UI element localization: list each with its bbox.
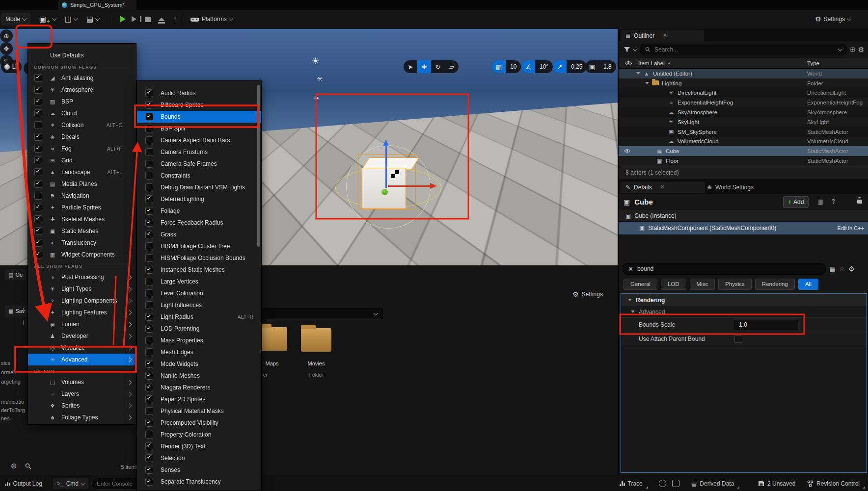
checkbox[interactable]: [145, 395, 153, 403]
checkbox[interactable]: [145, 219, 153, 227]
advanced-flag-item[interactable]: LOD Parenting: [137, 323, 261, 335]
filter-tab[interactable]: All: [798, 279, 818, 290]
expand-arrow-icon[interactable]: [636, 72, 640, 75]
outliner-row[interactable]: ≈ ExponentialHeightFog ExponentialHeight…: [619, 98, 868, 107]
outliner-row[interactable]: ▲ Untitled (Editor) World: [619, 69, 868, 78]
show-flag-item[interactable]: ☀ Atmosphere: [28, 84, 136, 96]
outliner-row[interactable]: ☀ DirectionalLight DirectionalLight: [619, 88, 868, 98]
gizmo-plane-handle[interactable]: [391, 170, 399, 178]
checkbox[interactable]: [145, 242, 153, 250]
checkbox[interactable]: [145, 442, 153, 450]
blueprints-button[interactable]: ◫: [65, 13, 78, 26]
checkbox[interactable]: [34, 156, 42, 164]
add-actor-button[interactable]: ▣+: [39, 13, 56, 26]
show-flag-category[interactable]: ◉ Lumen: [28, 318, 136, 330]
checkbox[interactable]: [34, 145, 42, 153]
checkbox[interactable]: [34, 168, 42, 176]
cinematics-button[interactable]: ▤: [86, 13, 99, 26]
checkbox[interactable]: [34, 251, 42, 258]
advanced-flag-item[interactable]: Light Radius ALT+R: [137, 311, 261, 323]
checkbox[interactable]: [145, 113, 153, 121]
checkbox[interactable]: [34, 227, 42, 235]
move-tool-button[interactable]: ✚: [417, 60, 431, 73]
eye-icon[interactable]: [624, 149, 631, 153]
advanced-flag-item[interactable]: Physical Material Masks: [137, 405, 261, 417]
advanced-flag-item[interactable]: Billboard Sprites: [137, 99, 261, 111]
advanced-flag-item[interactable]: Mesh Edges: [137, 346, 261, 358]
rendering-section-header[interactable]: Rendering: [621, 294, 867, 306]
show-flag-category[interactable]: ♣ Foliage Types: [28, 412, 136, 423]
checkbox[interactable]: [145, 231, 153, 238]
scrollbar[interactable]: [257, 85, 260, 247]
select-tool-button[interactable]: ➤: [404, 60, 417, 73]
advanced-flag-item[interactable]: BSP Split: [137, 123, 261, 134]
checkbox[interactable]: [34, 74, 42, 82]
advanced-flag-item[interactable]: Grass: [137, 229, 261, 240]
show-flag-item[interactable]: ◐ Translucency: [28, 237, 136, 249]
checkbox[interactable]: [145, 431, 153, 439]
checkbox[interactable]: [145, 478, 153, 486]
play-options-button[interactable]: ⋮: [172, 13, 178, 26]
show-flag-item[interactable]: ◢ Anti-aliasing: [28, 72, 136, 84]
advanced-subsection-header[interactable]: Advanced: [621, 306, 867, 318]
show-flag-item[interactable]: ≈ Fog ALT+F: [28, 143, 136, 155]
mode-dropdown[interactable]: Mode: [1, 13, 30, 26]
static-mesh-component-row[interactable]: ▣ StaticMeshComponent (StaticMeshCompone…: [619, 222, 868, 234]
content-browser-settings-button[interactable]: ⚙ Settings: [572, 290, 603, 298]
path-dropdown[interactable]: [245, 308, 383, 319]
advanced-flag-item[interactable]: Foliage: [137, 205, 261, 217]
show-flag-category[interactable]: ♟ Developer: [28, 330, 136, 342]
directional-light-sprite-icon[interactable]: ☀: [311, 55, 320, 67]
play-button[interactable]: [120, 13, 126, 26]
search-icon[interactable]: [25, 463, 31, 469]
checkbox[interactable]: [34, 98, 42, 105]
scale-tool-button[interactable]: ▱: [445, 60, 459, 73]
checkbox[interactable]: [145, 172, 153, 180]
show-flag-category[interactable]: ◎ Visualize: [28, 342, 136, 354]
advanced-flag-item[interactable]: Camera Safe Frames: [137, 158, 261, 170]
stop-button[interactable]: [145, 13, 151, 26]
chevron-down-icon[interactable]: [838, 47, 842, 52]
advanced-flag-item[interactable]: Selection: [137, 452, 261, 464]
column-type[interactable]: Type: [807, 60, 819, 66]
show-flag-category[interactable]: ✦ Lighting Features: [28, 307, 136, 318]
show-flag-category[interactable]: ✧ Lighting Components: [28, 295, 136, 307]
filter-icon[interactable]: [624, 47, 630, 52]
grid-snap-value[interactable]: 10: [506, 60, 521, 73]
checkbox[interactable]: [145, 195, 153, 203]
surface-snapping-button[interactable]: ✥: [0, 42, 13, 55]
show-flag-item[interactable]: ◈ Decals: [28, 131, 136, 143]
advanced-flag-item[interactable]: Light Influences: [137, 299, 261, 311]
filter-tab[interactable]: Physics: [718, 279, 752, 290]
outliner-row[interactable]: Lighting Folder: [619, 78, 868, 88]
add-component-button[interactable]: + Add: [783, 196, 809, 208]
gizmo-x-axis[interactable]: [388, 185, 431, 187]
docked-tab-fragment[interactable]: ▤ Ou: [5, 269, 26, 280]
scale-snap-control[interactable]: ↗ 0.25: [553, 60, 587, 73]
outliner-row[interactable]: ☁ VolumetricCloud VolumetricCloud: [619, 137, 868, 147]
filter-tab[interactable]: Rendering: [755, 279, 795, 290]
advanced-flag-item[interactable]: Audio Radius: [137, 87, 261, 99]
show-flag-category[interactable]: ≡ Layers: [28, 388, 136, 400]
show-flag-category[interactable]: ❖ Sprites: [28, 400, 136, 412]
show-flag-item[interactable]: ▤ Media Planes: [28, 178, 136, 190]
checkbox[interactable]: [145, 384, 153, 391]
advanced-flag-item[interactable]: Camera Aspect Ratio Bars: [137, 134, 261, 146]
checkbox[interactable]: [145, 336, 153, 344]
derived-data-button[interactable]: ▤ Derived Data: [691, 475, 739, 491]
show-flag-item[interactable]: ⚑ Navigation: [28, 190, 136, 202]
show-flag-item[interactable]: ✶ Collision ALT+C: [28, 119, 136, 131]
tab-details[interactable]: ✎ Details ✕: [621, 181, 705, 193]
checkbox[interactable]: [145, 136, 153, 144]
checkbox[interactable]: [145, 148, 153, 156]
edit-in-cpp-link[interactable]: Edit in C++: [838, 225, 864, 231]
close-icon[interactable]: ✕: [663, 32, 667, 39]
outliner-row[interactable]: ☁ SkyAtmosphere SkyAtmosphere: [619, 107, 868, 117]
outliner-row[interactable]: ▣ Cube StaticMeshActor: [619, 146, 868, 156]
advanced-flag-item[interactable]: Precomputed Visibility: [137, 417, 261, 429]
attach-parent-bound-checkbox[interactable]: [734, 335, 742, 343]
checkbox[interactable]: [145, 266, 153, 274]
checkbox[interactable]: [145, 289, 153, 297]
outliner-row[interactable]: ▣ SM_SkySphere StaticMeshActor: [619, 127, 868, 137]
lock-icon[interactable]: [857, 200, 862, 204]
